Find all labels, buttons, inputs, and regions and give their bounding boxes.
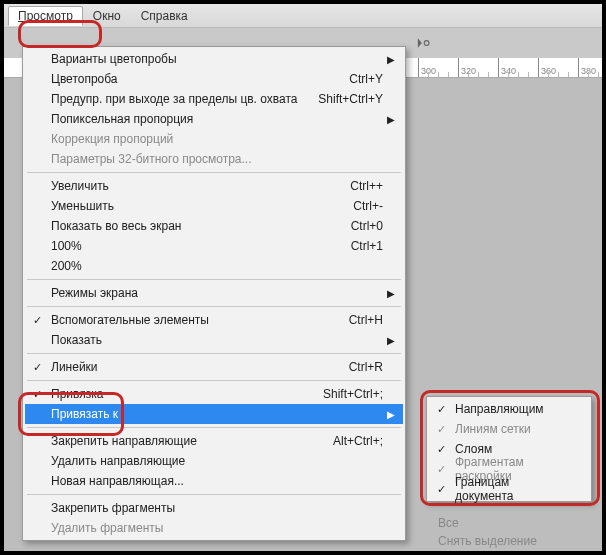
check-icon: ✓ bbox=[437, 403, 446, 416]
chevron-right-icon: ▶ bbox=[387, 409, 395, 420]
separator bbox=[27, 427, 401, 428]
mi-100[interactable]: 100%Ctrl+1 bbox=[25, 236, 403, 256]
chevron-right-icon: ▶ bbox=[387, 288, 395, 299]
chevron-right-icon: ▶ bbox=[387, 54, 395, 65]
mi-new-guide[interactable]: Новая направляющая... bbox=[25, 471, 403, 491]
check-icon: ✓ bbox=[33, 388, 42, 401]
smi-guides[interactable]: ✓Направляющим bbox=[429, 399, 589, 419]
chevron-right-icon: ▶ bbox=[387, 335, 395, 346]
mi-snap-to[interactable]: Привязать к▶ bbox=[25, 404, 403, 424]
separator bbox=[27, 494, 401, 495]
mi-show[interactable]: Показать▶ bbox=[25, 330, 403, 350]
menu-help[interactable]: Справка bbox=[131, 6, 198, 26]
menu-view[interactable]: Просмотр bbox=[8, 6, 83, 26]
mi-extras[interactable]: ✓Вспомогательные элементыCtrl+H bbox=[25, 310, 403, 330]
svg-point-0 bbox=[424, 41, 429, 46]
mi-zoom-out[interactable]: УменьшитьCtrl+- bbox=[25, 196, 403, 216]
mi-200[interactable]: 200% bbox=[25, 256, 403, 276]
mi-zoom-in[interactable]: УвеличитьCtrl++ bbox=[25, 176, 403, 196]
mi-rulers[interactable]: ✓ЛинейкиCtrl+R bbox=[25, 357, 403, 377]
mi-proof-setup[interactable]: Варианты цветопробы▶ bbox=[25, 49, 403, 69]
smi-grid: ✓Линиям сетки bbox=[429, 419, 589, 439]
mi-32bit-preview: Параметры 32-битного просмотра... bbox=[25, 149, 403, 169]
check-icon: ✓ bbox=[437, 423, 446, 436]
check-icon: ✓ bbox=[437, 443, 446, 456]
mi-clear-slices: Удалить фрагменты bbox=[25, 518, 403, 538]
menubar: Просмотр Окно Справка bbox=[4, 4, 602, 28]
mi-gamut-warning[interactable]: Предупр. при выходе за пределы цв. охват… bbox=[25, 89, 403, 109]
check-icon: ✓ bbox=[437, 463, 446, 476]
separator bbox=[27, 279, 401, 280]
chevron-right-icon: ▶ bbox=[387, 114, 395, 125]
mi-screen-modes[interactable]: Режимы экрана▶ bbox=[25, 283, 403, 303]
mi-lock-guides[interactable]: Закрепить направляющиеAlt+Ctrl+; bbox=[25, 431, 403, 451]
submenu-overflow: Все Снять выделение bbox=[438, 516, 537, 552]
separator bbox=[27, 353, 401, 354]
mi-clear-guides[interactable]: Удалить направляющие bbox=[25, 451, 403, 471]
snap-to-submenu: ✓Направляющим ✓Линиям сетки ✓Слоям ✓Фраг… bbox=[426, 396, 592, 502]
mi-aspect-correction: Коррекция пропорций bbox=[25, 129, 403, 149]
check-icon: ✓ bbox=[437, 483, 446, 496]
mi-proof-colors[interactable]: ЦветопробаCtrl+Y bbox=[25, 69, 403, 89]
check-icon: ✓ bbox=[33, 361, 42, 374]
mi-snap[interactable]: ✓ПривязкаShift+Ctrl+; bbox=[25, 384, 403, 404]
playback-icon[interactable] bbox=[410, 32, 440, 54]
menu-window[interactable]: Окно bbox=[83, 6, 131, 26]
separator bbox=[27, 172, 401, 173]
mi-lock-slices[interactable]: Закрепить фрагменты bbox=[25, 498, 403, 518]
check-icon: ✓ bbox=[33, 314, 42, 327]
mi-fit-screen[interactable]: Показать во весь экранCtrl+0 bbox=[25, 216, 403, 236]
view-menu-dropdown: Варианты цветопробы▶ ЦветопробаCtrl+Y Пр… bbox=[22, 46, 406, 541]
separator bbox=[27, 306, 401, 307]
smi-doc-bounds[interactable]: ✓Границам документа bbox=[429, 479, 589, 499]
mi-pixel-aspect[interactable]: Попиксельная пропорция▶ bbox=[25, 109, 403, 129]
separator bbox=[27, 380, 401, 381]
